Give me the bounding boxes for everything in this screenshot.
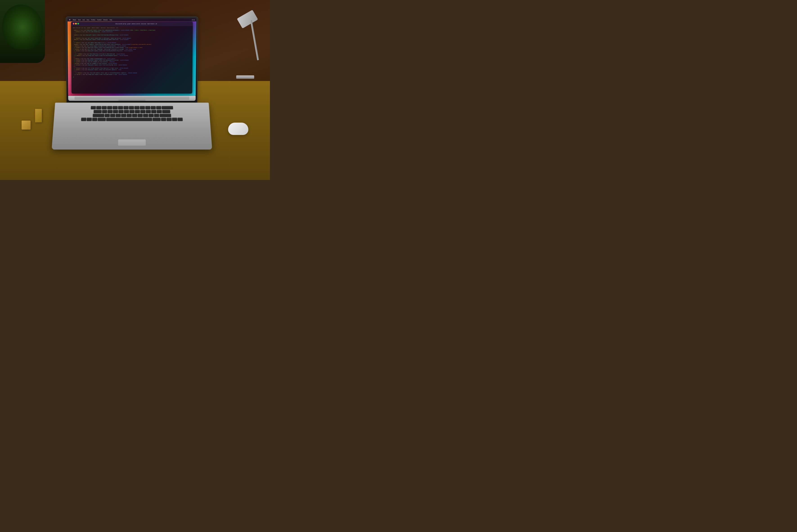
- key-row-3: [63, 114, 201, 117]
- key[interactable]: [118, 110, 124, 113]
- key-fn[interactable]: [81, 118, 87, 121]
- edit-menu[interactable]: Edit: [82, 19, 85, 20]
- key[interactable]: [102, 110, 107, 113]
- iterm-terminal[interactable]: akka-tutorial: git log --graph --abbrev-…: [71, 22, 193, 94]
- profiles-menu[interactable]: Profiles: [91, 19, 95, 20]
- scene: ⌘ iTerm Shell Edit View Profiles Toolbel…: [0, 0, 270, 180]
- apple-menu-icon[interactable]: ⌘: [69, 19, 71, 21]
- toolbelt-menu[interactable]: Toolbelt: [97, 19, 101, 20]
- key-delete[interactable]: [162, 106, 173, 109]
- trackpad[interactable]: [118, 139, 146, 146]
- laptop-screen-wrapper: ⌘ iTerm Shell Edit View Profiles Toolbel…: [66, 16, 198, 102]
- key[interactable]: [132, 114, 137, 117]
- key-shift-r[interactable]: [159, 114, 171, 117]
- git-log-line-21: | * 041d4b9 (3 days ago) +doc fix exampl…: [73, 61, 191, 63]
- key[interactable]: [149, 114, 154, 117]
- close-button[interactable]: [73, 23, 74, 24]
- key[interactable]: [151, 106, 156, 109]
- key-ctrl[interactable]: [87, 118, 92, 121]
- key-tab[interactable]: [94, 110, 102, 113]
- key[interactable]: [113, 110, 118, 113]
- laptop-lid: ⌘ iTerm Shell Edit View Profiles Toolbel…: [66, 16, 198, 102]
- terminal-titlebar: akka-tutorial: git log --graph --abbrev-…: [71, 22, 193, 26]
- window-menu[interactable]: Window: [103, 19, 108, 20]
- wood-block-1: [22, 120, 31, 130]
- key-row-1: [64, 106, 200, 109]
- key[interactable]: [105, 114, 110, 117]
- desk-lamp: [229, 7, 257, 79]
- key[interactable]: [107, 106, 112, 109]
- keyboard-strip: [74, 96, 189, 100]
- key[interactable]: [129, 106, 134, 109]
- key[interactable]: [140, 106, 145, 109]
- git-log-line-10: * 1d44b84 (2 days ago) docs, comments, c…: [73, 44, 191, 45]
- command-line: akka-tutorial: git log --graph --abbrev-…: [73, 27, 191, 29]
- view-menu[interactable]: View: [87, 19, 89, 20]
- traffic-lights: [73, 23, 79, 24]
- minimize-button[interactable]: [75, 23, 77, 24]
- help-menu[interactable]: Help: [110, 19, 112, 20]
- key[interactable]: [157, 110, 162, 113]
- key-caps[interactable]: [93, 114, 104, 117]
- git-log-line-25: | * ef93291 (5 days ago) +str #17298 inc…: [73, 68, 191, 69]
- key[interactable]: [129, 110, 134, 113]
- plant-decoration: [0, 0, 45, 63]
- key[interactable]: [145, 106, 150, 109]
- git-log-line-13: * | 262c5a4 (10 days ago) +str: Don't us…: [73, 49, 191, 50]
- key-left[interactable]: [167, 118, 172, 121]
- git-log-line-28: * | | 859043c (9 days ago) +http add exp…: [73, 72, 191, 74]
- key-right[interactable]: [177, 118, 183, 121]
- key[interactable]: [151, 110, 156, 113]
- key[interactable]: [146, 110, 151, 113]
- terminal-content[interactable]: akka-tutorial: git log --graph --abbrev-…: [71, 26, 193, 79]
- key[interactable]: [116, 114, 121, 117]
- key-up[interactable]: [172, 118, 177, 121]
- shell-menu[interactable]: Shell: [78, 19, 81, 20]
- git-log-line-19: * | 7a06a26 (4 days ago) +doc: Update wi…: [73, 58, 191, 60]
- key[interactable]: [102, 106, 107, 109]
- key-space[interactable]: [106, 118, 152, 121]
- key[interactable]: [127, 114, 132, 117]
- macos-menubar: ⌘ iTerm Shell Edit View Profiles Toolbel…: [68, 18, 196, 21]
- key-cmd[interactable]: [98, 118, 106, 121]
- key[interactable]: [134, 106, 139, 109]
- key[interactable]: [91, 106, 96, 109]
- key[interactable]: [124, 106, 129, 109]
- key[interactable]: [118, 106, 123, 109]
- git-log-line-12: | | 642ded7 (2 days ago) Merge pull requ…: [73, 47, 191, 49]
- key-cmd-r[interactable]: [153, 118, 160, 121]
- git-log-line-7: * 30647fe (2 days ago) Merge pull reques…: [73, 39, 191, 41]
- key[interactable]: [110, 114, 115, 117]
- key[interactable]: [124, 110, 129, 113]
- key[interactable]: [121, 114, 126, 117]
- laptop-keyboard[interactable]: [62, 106, 202, 137]
- key[interactable]: [156, 106, 161, 109]
- key[interactable]: [154, 114, 159, 117]
- key[interactable]: [135, 110, 140, 113]
- key[interactable]: [96, 106, 101, 109]
- apple-magic-mouse: [228, 122, 248, 135]
- lamp-head: [237, 10, 258, 28]
- key[interactable]: [138, 114, 143, 117]
- git-log-line-1: * 826072c (11 hours ago) Merge pull requ…: [73, 30, 191, 31]
- key[interactable]: [140, 110, 145, 113]
- app-name-menu[interactable]: iTerm: [73, 19, 76, 20]
- git-log-line-23: | | b2f3899 (3 days ago) Merge pull requ…: [73, 64, 191, 66]
- macbook-laptop: ⌘ iTerm Shell Edit View Profiles Toolbel…: [54, 18, 209, 149]
- laptop-screen-bezel-bottom: [68, 96, 196, 101]
- key[interactable]: [143, 114, 148, 117]
- key[interactable]: [108, 110, 113, 113]
- git-log-line-27: | |\: [73, 71, 191, 72]
- laptop-screen: ⌘ iTerm Shell Edit View Profiles Toolbel…: [68, 18, 196, 96]
- maximize-button[interactable]: [77, 23, 79, 24]
- key-alt[interactable]: [92, 118, 97, 121]
- git-log-line-6: | * d7b2cf5 (2 days ago) !per #16797 ren…: [73, 37, 191, 39]
- git-log-line-3: |/: [73, 33, 191, 34]
- key-enter[interactable]: [162, 110, 170, 113]
- terminal-prompt[interactable]: $: [73, 76, 191, 78]
- key[interactable]: [113, 106, 118, 109]
- git-log-line-17: | |/ 560829d (3 days ago) Merge pull req…: [73, 55, 191, 56]
- git-log-line-9: | * c391e7e (2 days ago) +pro update mim…: [73, 42, 191, 44]
- key-alt-r[interactable]: [161, 118, 166, 121]
- git-log-line-16: | | * 754b885 (3 days ago) +ben allow ht…: [73, 53, 191, 55]
